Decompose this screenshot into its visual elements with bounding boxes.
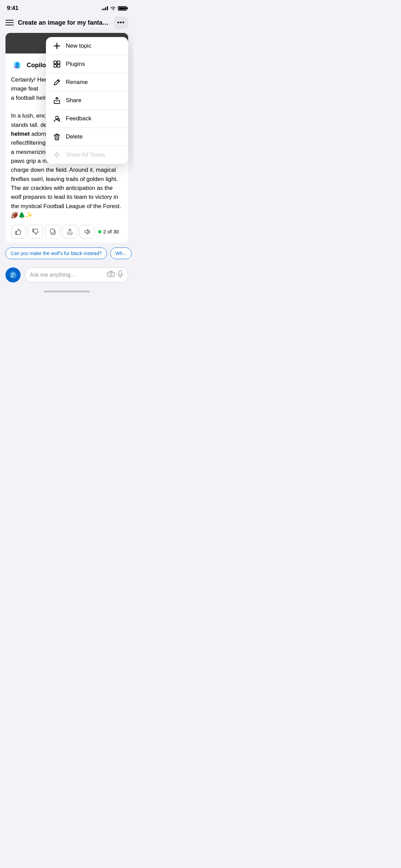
dropdown-item-show-all-tones[interactable]: Show All Tones xyxy=(46,146,128,164)
rename-label: Rename xyxy=(66,79,88,86)
svg-point-25 xyxy=(56,154,58,156)
svg-rect-14 xyxy=(57,61,60,64)
dropdown-item-rename[interactable]: Rename xyxy=(46,73,128,92)
svg-point-21 xyxy=(59,120,59,121)
share-icon xyxy=(53,96,61,105)
feedback-label: Feedback xyxy=(66,115,92,122)
dropdown-item-delete[interactable]: Delete xyxy=(46,128,128,146)
dropdown-item-feedback[interactable]: Feedback xyxy=(46,110,128,128)
svg-rect-16 xyxy=(57,64,60,67)
show-all-tones-label: Show All Tones xyxy=(66,152,105,158)
svg-rect-13 xyxy=(54,61,57,64)
dropdown-item-plugins[interactable]: Plugins xyxy=(46,55,128,73)
pencil-icon xyxy=(53,78,61,86)
trash-icon xyxy=(53,133,61,141)
svg-rect-15 xyxy=(54,64,57,67)
plugins-label: Plugins xyxy=(66,61,85,68)
dropdown-item-share[interactable]: Share xyxy=(46,92,128,110)
new-topic-label: New topic xyxy=(66,43,92,49)
dropdown-item-new-topic[interactable]: New topic xyxy=(46,37,128,55)
dropdown-overlay[interactable]: New topic Plugins Rename xyxy=(0,0,134,294)
svg-point-18 xyxy=(56,116,58,119)
dropdown-menu: New topic Plugins Rename xyxy=(46,37,128,164)
tones-icon xyxy=(53,151,61,159)
delete-label: Delete xyxy=(66,133,83,140)
share-label: Share xyxy=(66,97,81,104)
feedback-icon xyxy=(53,114,61,123)
plus-icon xyxy=(53,42,61,50)
plugins-icon xyxy=(53,60,61,68)
